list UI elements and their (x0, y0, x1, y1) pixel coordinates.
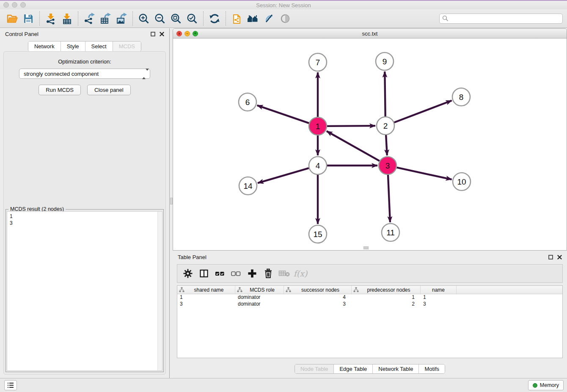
graph-node-label: 2 (383, 121, 388, 130)
tab-network-table[interactable]: Network Table (372, 364, 418, 373)
cell-mcds-role[interactable]: dominator (235, 301, 284, 308)
graph-node-6[interactable]: 6 (239, 93, 256, 111)
network-window-titlebar[interactable]: x – + scc.txt (173, 29, 567, 39)
save-icon (23, 13, 34, 24)
graph-edge-2-9[interactable] (385, 72, 385, 116)
graph-edge-1-2[interactable] (327, 126, 375, 126)
graph-node-4[interactable]: 4 (309, 157, 327, 174)
mcds-result-box: 1 3 (7, 211, 162, 371)
column-header-shared-name[interactable]: shared name (177, 286, 235, 294)
network-graph[interactable]: 7968124314101511 (173, 39, 567, 250)
zoom-fit-button[interactable] (168, 11, 184, 26)
network-from-selection-button[interactable] (229, 11, 245, 26)
export-image-button[interactable] (113, 11, 129, 26)
home-button[interactable] (245, 11, 261, 26)
graph-node-7[interactable]: 7 (309, 53, 327, 71)
cell-predecessor-nodes[interactable]: 2 (352, 301, 421, 308)
close-panel-button[interactable] (160, 32, 164, 36)
column-header-successor-nodes[interactable]: successor nodes (284, 286, 352, 294)
float-table-panel-button[interactable] (548, 255, 553, 259)
graph-node-label: 11 (386, 228, 395, 237)
tab-edge-table[interactable]: Edge Table (333, 364, 372, 373)
tab-select[interactable]: Select (85, 41, 113, 51)
canvas-resize-grip[interactable] (363, 246, 369, 249)
refresh-button[interactable] (206, 11, 223, 26)
graph-node-14[interactable]: 14 (239, 177, 257, 195)
tab-style[interactable]: Style (61, 41, 85, 51)
add-column-icon (247, 268, 257, 279)
tab-network[interactable]: Network (28, 41, 61, 51)
table-row[interactable]: 1 dominator 4 1 1 (177, 294, 562, 301)
cell-shared-name[interactable]: 3 (177, 301, 235, 308)
graph-node-label: 4 (316, 161, 320, 170)
network-canvas[interactable]: 7968124314101511 (173, 39, 567, 250)
column-layout-button[interactable] (198, 267, 210, 280)
graph-node-15[interactable]: 15 (309, 225, 327, 243)
cell-name[interactable]: 3 (421, 301, 457, 308)
optimization-criterion-label: Optimization criterion: (4, 58, 165, 65)
cell-predecessor-nodes[interactable]: 1 (352, 294, 421, 301)
show-graphics-button[interactable] (277, 11, 293, 26)
cell-successor-nodes[interactable]: 4 (284, 294, 352, 301)
panel-splitter[interactable] (169, 28, 173, 378)
select-all-button[interactable] (214, 267, 226, 280)
refresh-icon (209, 13, 220, 25)
open-session-button[interactable] (4, 11, 20, 26)
show-task-history-button[interactable] (4, 380, 17, 390)
cell-successor-nodes[interactable]: 3 (284, 301, 352, 308)
graph-edge-3-11[interactable] (388, 175, 390, 222)
column-header-mcds-role[interactable]: MCDS role (235, 286, 284, 294)
column-header-name[interactable]: name (421, 286, 457, 294)
hide-graphics-button[interactable] (261, 11, 277, 26)
home-icon (247, 13, 259, 25)
export-table-button[interactable] (97, 11, 113, 26)
tab-node-table[interactable]: Node Table (295, 364, 334, 373)
graph-node-3[interactable]: 3 (379, 157, 396, 174)
graph-node-1[interactable]: 1 (309, 117, 327, 135)
graph-node-9[interactable]: 9 (376, 52, 394, 70)
delete-table-button (278, 267, 291, 280)
graph-node-8[interactable]: 8 (452, 88, 470, 106)
graph-node-11[interactable]: 11 (382, 224, 399, 241)
cell-mcds-role[interactable]: dominator (235, 294, 284, 301)
memory-button[interactable]: Memory (528, 380, 564, 390)
tab-motifs[interactable]: Motifs (418, 364, 445, 373)
run-mcds-button[interactable]: Run MCDS (39, 85, 81, 95)
zoom-in-button[interactable] (136, 11, 152, 26)
close-panel-button-mcds[interactable]: Close panel (87, 85, 131, 95)
graph-node-10[interactable]: 10 (453, 173, 471, 190)
export-network-button[interactable] (81, 11, 97, 26)
zoom-selected-button[interactable] (184, 11, 200, 26)
mcds-result-fieldset: MCDS result (2 nodes) 1 3 (6, 209, 164, 372)
graph-edge-3-1[interactable] (327, 131, 380, 161)
graph-edge-2-3[interactable] (386, 135, 387, 155)
graph-edge-4-14[interactable] (258, 168, 309, 183)
import-table-button[interactable] (59, 11, 75, 26)
float-panel-button[interactable] (151, 32, 155, 36)
delete-table-icon (278, 269, 290, 278)
zoom-out-button[interactable] (152, 11, 168, 26)
graph-edge-3-10[interactable] (396, 168, 451, 179)
search-input[interactable] (439, 14, 563, 24)
graph-edge-2-8[interactable] (394, 101, 452, 123)
optimization-criterion-select[interactable]: strongly connected component (19, 69, 150, 79)
mcds-pane: Optimization criterion: strongly connect… (3, 51, 166, 375)
save-session-button[interactable] (20, 11, 36, 26)
import-network-button[interactable] (43, 11, 59, 26)
result-scrollbar[interactable] (157, 212, 162, 370)
graph-node-2[interactable]: 2 (377, 117, 394, 135)
add-column-button[interactable] (246, 267, 259, 280)
table-settings-button[interactable] (182, 267, 194, 280)
network-view-window: x – + scc.txt 7968124314101511 (173, 28, 567, 251)
import-table-icon (61, 13, 73, 25)
table-row[interactable]: 3 dominator 3 2 3 (177, 301, 562, 308)
close-table-panel-button[interactable] (557, 255, 562, 259)
tab-mcds[interactable]: MCDS (113, 41, 141, 51)
cell-name[interactable]: 1 (421, 294, 457, 301)
column-layout-icon (199, 269, 209, 278)
graph-edge-1-6[interactable] (257, 105, 309, 123)
delete-column-button[interactable] (262, 267, 275, 280)
deselect-all-button[interactable] (230, 267, 242, 280)
column-header-predecessor-nodes[interactable]: predecessor nodes (352, 286, 421, 294)
cell-shared-name[interactable]: 1 (177, 294, 235, 301)
